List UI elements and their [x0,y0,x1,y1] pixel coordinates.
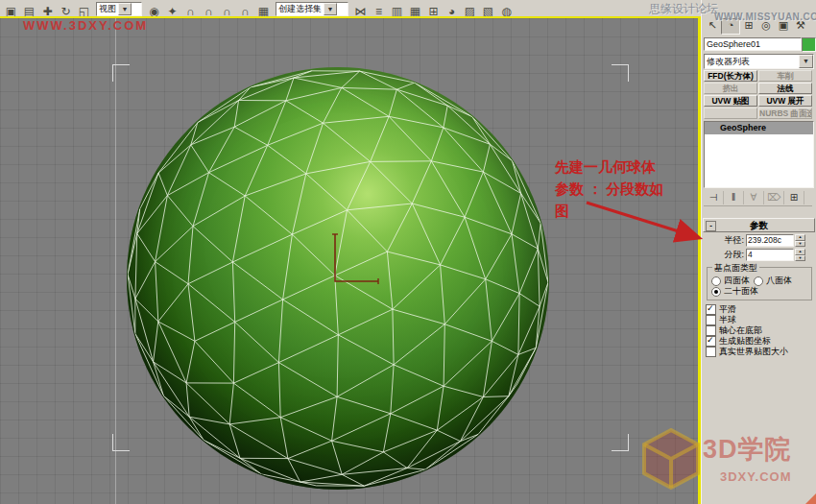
base-type-radio[interactable]: 八面体 [754,276,792,286]
geosphere-wireframe [0,18,698,504]
selection-bracket-top-right [612,64,629,82]
utilities-tab[interactable]: ⚒ [792,18,809,33]
active-viewport-border-right [698,16,701,504]
modifier-button[interactable]: UVW 展开 [758,95,812,107]
parameters-rollout: - 参数 半径: 239.208c ▲▼ 分段: 4 ▲▼ 基点面类型 四面体 … [703,218,815,357]
radio-label: 八面体 [766,275,792,287]
radius-field[interactable]: 239.208c [746,234,794,247]
layer-manager-icon[interactable]: ▥ [388,4,406,17]
chevron-down-icon[interactable]: ▼ [324,3,337,15]
modifier-stack-toolbar: ⊣‖∀⌦⊞ [704,190,812,206]
checkbox-box-icon: ✓ [706,347,716,357]
base-type-radio[interactable]: 二十面体 [711,286,758,297]
select-manipulate-icon[interactable]: ✦ [163,4,181,17]
spinner-snap-icon[interactable]: ∩ [236,4,254,17]
chevron-down-icon[interactable]: ▼ [799,55,813,68]
move-icon[interactable]: ✚ [38,4,57,17]
parameter-checkbox[interactable]: ✓ 真实世界贴图大小 [706,347,815,357]
selection-bracket-bottom-left [112,434,130,451]
radio-dot-icon [714,290,718,294]
remove-modifier-icon[interactable]: ⌦ [764,191,784,204]
selection-bracket-top-left [112,64,130,82]
modifier-button[interactable]: FFD(长方体) [704,70,757,82]
object-name-field[interactable]: GeoSphere01 [704,37,802,51]
chevron-down-icon[interactable]: ▼ [118,3,132,15]
make-unique-icon[interactable]: ∀ [744,191,764,204]
rotate-icon[interactable]: ↻ [57,4,75,17]
parameters-rollout-header[interactable]: - 参数 [703,218,815,232]
mirror-icon[interactable]: ⋈ [351,4,370,17]
render-setup-icon[interactable]: ▨ [461,4,479,17]
object-name-row: GeoSphere01 [704,37,813,51]
modifier-button-grid: FFD(长方体)车削挤出法线UVW 贴图UVW 展开NURBS 曲面选择 [704,70,812,119]
checkmark-icon: ✓ [707,303,714,313]
modifier-button[interactable]: NURBS 曲面选择 [758,108,812,119]
segments-spinner[interactable]: ▲▼ [795,249,805,261]
command-panel-tabs: ↖◔⊞◎▣⚒ [704,18,813,34]
parameter-checkboxes: ✓ 平滑 ✓ 半球 ✓ 轴心在底部 ✓ 生成贴图坐标 ✓ 真实世界贴图大小 [706,304,815,357]
modifier-button[interactable]: UVW 贴图 [704,95,757,107]
radius-spinner[interactable]: ▲▼ [795,234,805,247]
perspective-viewport[interactable] [0,18,698,504]
pin-stack-icon[interactable]: ⊣ [704,191,724,204]
select-by-name-icon[interactable]: ▤ [20,4,38,17]
checkbox-box-icon: ✓ [706,315,716,325]
display-tab[interactable]: ▣ [775,18,792,33]
coordinate-system-dropdown[interactable]: 视图 ▼ [96,2,142,16]
scale-icon[interactable]: ◱ [75,4,93,17]
create-tab[interactable]: ↖ [704,18,721,33]
spinner-down-icon[interactable]: ▼ [795,241,805,248]
modifier-button[interactable]: 挤出 [704,83,757,94]
modifier-button[interactable] [704,108,757,119]
checkmark-icon: ✓ [707,335,714,345]
motion-tab[interactable]: ◎ [757,18,775,33]
segments-label: 分段: [703,249,746,261]
snap-toggle-icon[interactable]: ∩ [181,4,200,17]
base-type-radio-row2: 二十面体 [711,286,809,297]
modifier-stack-item[interactable]: GeoSphere [705,122,813,134]
main-toolbar: ▣▤✚↻◱ 视图 ▼ ◉✦∩∩∩∩▦ 创建选择集 ▼ ⋈≡▥▦⊞◕▨▧◍ [0,0,703,17]
edit-named-selections-icon[interactable]: ▦ [254,4,273,17]
angle-snap-icon[interactable]: ∩ [200,4,218,17]
named-selection-set-dropdown[interactable]: 创建选择集 ▼ [276,2,348,16]
radius-label: 半径: [703,234,746,247]
segments-field[interactable]: 4 [746,249,794,261]
spinner-down-icon[interactable]: ▼ [795,255,805,262]
show-end-result-icon[interactable]: ‖ [724,191,744,204]
radio-circle-icon [754,276,763,286]
modifier-button[interactable]: 法线 [758,83,812,94]
configure-modifier-sets-icon[interactable]: ⊞ [784,191,804,204]
checkbox-box-icon: ✓ [706,336,716,347]
segments-row: 分段: 4 ▲▼ [703,249,815,261]
checkbox-box-icon: ✓ [706,304,716,315]
hierarchy-tab[interactable]: ⊞ [740,18,757,33]
parameters-title: 参数 [750,220,768,230]
quick-render-icon[interactable]: ◍ [497,4,516,17]
percent-snap-icon[interactable]: ∩ [218,4,236,17]
base-type-group-title: 基点面类型 [712,262,759,275]
selection-bracket-bottom-right [612,434,629,451]
radius-row: 半径: 239.208c ▲▼ [703,234,815,247]
material-editor-icon[interactable]: ◕ [443,4,461,17]
select-filter-icon[interactable]: ▣ [2,4,20,17]
named-selection-set-value: 创建选择集 [276,3,324,15]
collapse-icon[interactable]: - [706,221,716,231]
modify-tab[interactable]: ◔ [721,18,740,35]
object-color-swatch[interactable] [802,37,816,52]
render-frame-icon[interactable]: ▧ [479,4,497,17]
command-panel: ↖◔⊞◎▣⚒ GeoSphere01 修改器列表 ▼ FFD(长方体)车削挤出法… [701,0,816,504]
coordinate-system-value: 视图 [97,3,118,15]
modifier-list-dropdown[interactable]: 修改器列表 ▼ [704,54,814,69]
curve-editor-icon[interactable]: ▦ [406,4,424,17]
modifier-list-label: 修改器列表 [705,56,750,68]
radio-label: 二十面体 [724,285,758,298]
schematic-view-icon[interactable]: ⊞ [424,4,443,17]
use-center-icon[interactable]: ◉ [145,4,163,17]
modifier-button[interactable]: 车削 [758,70,812,82]
active-viewport-border-top [0,16,701,18]
modifier-stack-list[interactable]: GeoSphere [704,121,814,188]
base-type-group: 基点面类型 四面体 八面体 二十面体 [707,267,812,300]
checkbox-label: 真实世界贴图大小 [719,346,788,358]
radio-circle-icon [711,287,721,297]
align-icon[interactable]: ≡ [370,4,388,17]
